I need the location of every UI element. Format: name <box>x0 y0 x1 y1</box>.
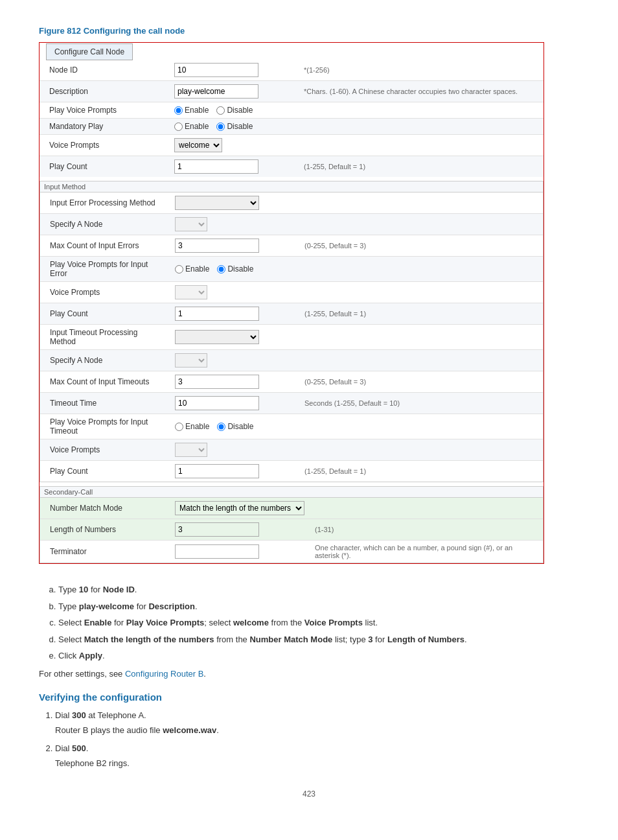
timeout-time-input[interactable] <box>175 396 259 410</box>
field-hint <box>299 214 543 235</box>
field-hint: (0-255, Default = 3) <box>299 235 543 257</box>
field-label: Specify A Node <box>40 214 170 235</box>
field-label: Voice Prompts <box>40 135 169 156</box>
table-row: Description *Chars. (1-60). A Chinese ch… <box>40 81 544 102</box>
field-label: Voice Prompts <box>40 282 170 303</box>
field-input[interactable] <box>170 541 310 563</box>
field-input[interactable] <box>170 519 310 541</box>
table-row: Timeout Time Seconds (1-255, Default = 1… <box>40 393 543 414</box>
field-label: Number Match Mode <box>40 498 170 519</box>
field-label: Input Error Processing Method <box>40 192 170 214</box>
input-timeout-select[interactable] <box>175 330 259 344</box>
field-hint <box>299 439 543 461</box>
voice-prompts-ie-select[interactable] <box>175 285 207 299</box>
radio-mp-enable-label[interactable]: Enable <box>174 122 209 131</box>
field-hint: (1-255, Default = 1) <box>299 156 544 178</box>
length-of-numbers-input[interactable] <box>175 522 259 537</box>
radio-mp-disable[interactable] <box>216 122 225 131</box>
field-input[interactable] <box>170 192 299 214</box>
field-input[interactable] <box>170 439 299 461</box>
field-input[interactable]: Match the length of the numbers <box>170 498 310 519</box>
field-hint <box>299 192 543 214</box>
number-match-mode-select[interactable]: Match the length of the numbers <box>175 501 304 515</box>
field-hint <box>299 282 543 303</box>
input-method-title: Input Method <box>40 181 543 192</box>
table-row: Input Error Processing Method <box>40 192 543 214</box>
page-number: 423 <box>39 789 579 799</box>
voice-prompts-it-select[interactable] <box>175 443 207 457</box>
table-row: Play Count (1-255, Default = 1) <box>40 303 543 325</box>
field-label: Timeout Time <box>40 393 170 414</box>
radio-pvpie-enable-label[interactable]: Enable <box>175 264 209 274</box>
field-input: Enable Disable <box>170 257 299 282</box>
configuring-router-link[interactable]: Configuring Router B <box>125 669 203 679</box>
max-input-timeouts[interactable] <box>175 375 259 389</box>
voice-prompts-select[interactable]: welcome <box>174 138 222 152</box>
field-label: Play Count <box>40 303 170 325</box>
radio-disable-label[interactable]: Disable <box>216 106 253 115</box>
input-method-table: Input Error Processing Method Specify A … <box>40 192 543 482</box>
field-input[interactable] <box>169 60 299 81</box>
field-label: Mandatory Play <box>40 119 169 135</box>
field-label: Max Count of Input Timeouts <box>40 371 170 393</box>
field-input: Enable Disable <box>169 119 299 135</box>
description-input[interactable] <box>174 84 258 99</box>
radio-enable-label[interactable]: Enable <box>174 106 209 115</box>
field-label: Node ID <box>40 60 169 81</box>
field-input[interactable] <box>170 235 299 257</box>
field-hint: (1-255, Default = 1) <box>299 303 543 325</box>
field-input: Enable Disable <box>169 102 299 119</box>
specify-node-2-select[interactable] <box>175 353 207 368</box>
list-item: Select Enable for Play Voice Prompts; se… <box>58 616 544 629</box>
radio-pvpie-disable-label[interactable]: Disable <box>217 264 253 274</box>
field-label: Play Count <box>40 156 169 178</box>
table-row: Play Voice Prompts for Input Error Enabl… <box>40 257 543 282</box>
radio-disable[interactable] <box>216 106 225 115</box>
radio-enable[interactable] <box>174 106 183 115</box>
field-input[interactable] <box>170 282 299 303</box>
field-input[interactable] <box>170 214 299 235</box>
field-label: Play Voice Prompts <box>40 102 169 119</box>
radio-pvpit-enable-label[interactable]: Enable <box>175 422 209 431</box>
input-error-select[interactable] <box>175 196 259 210</box>
field-hint <box>299 135 544 156</box>
field-label: Voice Prompts <box>40 439 170 461</box>
radio-pvpit-enable[interactable] <box>175 423 183 431</box>
field-input[interactable] <box>169 156 299 178</box>
radio-mp-disable-label[interactable]: Disable <box>216 122 253 131</box>
field-input[interactable]: welcome <box>169 135 299 156</box>
play-count-it-input[interactable] <box>175 464 259 478</box>
radio-pvpit-disable-label[interactable]: Disable <box>217 422 253 431</box>
node-id-input[interactable] <box>174 63 258 77</box>
field-input[interactable] <box>169 81 299 102</box>
list-item: Dial 300 at Telephone A. Router B plays … <box>55 709 579 737</box>
input-method-section: Input Method Input Error Processing Meth… <box>40 181 544 482</box>
table-row: Play Count (1-255, Default = 1) <box>40 461 543 482</box>
field-input[interactable] <box>170 350 299 371</box>
field-hint <box>299 414 543 439</box>
table-row: Play Count (1-255, Default = 1) <box>40 156 544 178</box>
play-count-input[interactable] <box>174 159 258 174</box>
field-input: Enable Disable <box>170 414 299 439</box>
radio-pvpie-disable[interactable] <box>217 265 225 274</box>
field-input[interactable] <box>170 325 299 350</box>
list-item: Type play-welcome for Description. <box>58 600 544 613</box>
field-hint <box>299 257 543 282</box>
radio-pvpit-disable[interactable] <box>217 423 225 431</box>
field-input[interactable] <box>170 303 299 325</box>
field-label: Max Count of Input Errors <box>40 235 170 257</box>
tab-header[interactable]: Configure Call Node <box>46 43 133 60</box>
table-row: Length of Numbers (1-31) <box>40 519 543 541</box>
radio-pvpie-enable[interactable] <box>175 265 183 274</box>
secondary-call-section: Secondary-Call Number Match Mode Match t… <box>40 486 544 563</box>
verification-heading: Verifying the configuration <box>39 692 579 703</box>
terminator-input[interactable] <box>175 544 259 559</box>
field-hint: Seconds (1-255, Default = 10) <box>299 393 543 414</box>
max-input-errors[interactable] <box>175 239 259 253</box>
specify-node-select[interactable] <box>175 217 207 231</box>
radio-mp-enable[interactable] <box>174 122 183 131</box>
field-input[interactable] <box>170 371 299 393</box>
play-count-ie-input[interactable] <box>175 307 259 321</box>
field-input[interactable] <box>170 393 299 414</box>
field-input[interactable] <box>170 461 299 482</box>
